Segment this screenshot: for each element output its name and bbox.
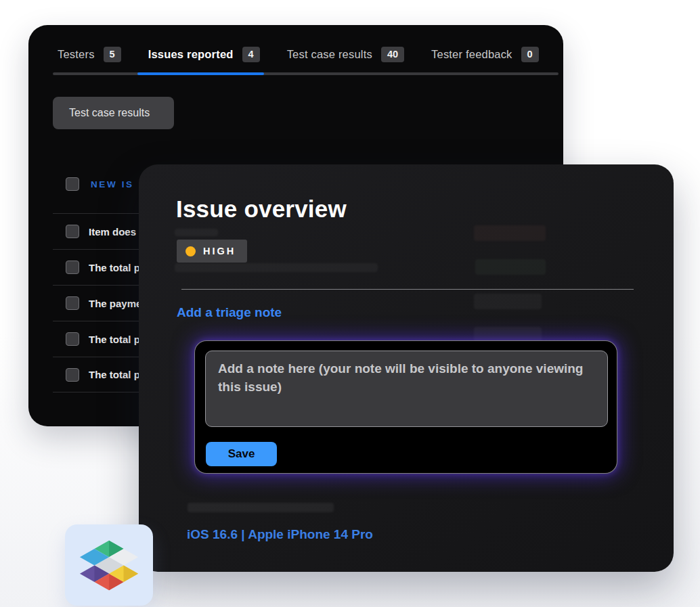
count-badge: 4 (242, 47, 260, 62)
tab-issues-reported[interactable]: Issues reported 4 (148, 47, 260, 62)
ghost-text (188, 503, 334, 512)
issue-checkbox[interactable] (66, 368, 79, 382)
cube-hexagon-logo-icon (77, 537, 141, 593)
tab-tester-feedback[interactable]: Tester feedback 0 (431, 47, 539, 62)
tab-label: Tester feedback (431, 48, 512, 61)
ghost-text (175, 229, 218, 236)
test-case-results-filter-button[interactable]: Test case results (53, 97, 174, 129)
issue-title: The total p (89, 262, 140, 273)
severity-high-dot-icon (185, 246, 196, 256)
issue-checkbox[interactable] (66, 225, 79, 238)
select-all-checkbox[interactable] (66, 177, 79, 191)
issue-title: The payme (89, 298, 141, 309)
issue-checkbox[interactable] (66, 261, 79, 274)
active-tab-underline (137, 72, 264, 75)
new-issues-header: NEW IS (91, 179, 134, 189)
issue-title: The total p (89, 369, 140, 380)
ghost-row (474, 225, 546, 241)
severity-label: HIGH (203, 246, 236, 256)
ghost-row (474, 294, 542, 309)
severity-badge: HIGH (177, 240, 247, 263)
triage-note-input[interactable] (205, 351, 608, 427)
tab-label: Testers (58, 48, 95, 61)
tab-bar: Testers 5 Issues reported 4 Test case re… (58, 47, 539, 62)
add-triage-note-link[interactable]: Add a triage note (177, 305, 282, 320)
modal-title: Issue overview (176, 196, 347, 223)
tab-label: Issues reported (148, 48, 234, 61)
tab-label: Test case results (287, 48, 372, 61)
count-badge: 40 (381, 47, 404, 62)
tab-divider (53, 72, 559, 75)
save-button[interactable]: Save (206, 442, 277, 466)
tab-testers[interactable]: Testers 5 (58, 47, 121, 62)
issue-checkbox[interactable] (66, 296, 79, 310)
ghost-row (475, 259, 546, 275)
issue-title: Item does (89, 226, 136, 238)
issue-checkbox[interactable] (66, 332, 79, 346)
issue-overview-modal: Issue overview HIGH Add a triage note Sa… (139, 164, 674, 572)
tab-test-case-results[interactable]: Test case results 40 (287, 47, 404, 62)
device-info-link[interactable]: iOS 16.6 | Apple iPhone 14 Pro (187, 527, 373, 542)
ghost-text (175, 263, 378, 272)
issue-title: The total p (89, 334, 140, 345)
list-header-row: NEW IS (66, 177, 134, 191)
triage-note-container: Save (194, 340, 617, 474)
section-divider (181, 289, 634, 290)
count-badge: 5 (104, 47, 121, 62)
app-logo-tile (65, 524, 153, 606)
count-badge: 0 (521, 47, 539, 62)
